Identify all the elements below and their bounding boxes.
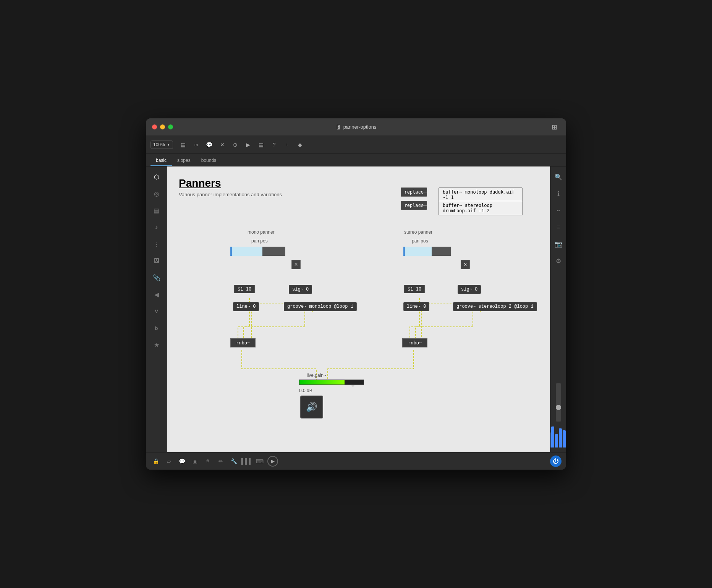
level-bar-4 (559, 428, 562, 447)
power-button[interactable]: ⏻ (550, 456, 562, 467)
main-layout: ⬡ ◎ ▤ ♪ ⋮ 🖼 📎 ◀ V b ★ Panners Various pa… (146, 166, 566, 452)
sidebar-icon-media[interactable]: 🖼 (151, 255, 162, 267)
line-0-right[interactable]: line~ 0 (403, 302, 429, 311)
sidebar-icon-left-arrow[interactable]: ◀ (151, 289, 162, 300)
toolbar-help-btn[interactable]: ? (269, 139, 280, 150)
grid-view-button[interactable]: ⊞ (549, 122, 560, 132)
main-window: 🎛 panner-options ⊞ 100% ▼ ▤ m 💬 ✕ ⊙ ▶ ▤ … (146, 118, 566, 470)
live-gain-fill (299, 380, 345, 384)
sig-0-right[interactable]: sig~ 0 (458, 285, 481, 294)
live-gain-pointer (351, 385, 355, 387)
right-sidebar: 🔍 ℹ ▪▪ ≡ 📷 ⚙ (550, 166, 566, 452)
toolbar-comment-btn[interactable]: 💬 (204, 139, 215, 150)
dollar-1-10-left[interactable]: $1 10 (234, 285, 255, 293)
pan-pos-label-1: pan pos (251, 238, 268, 244)
right-sidebar-info-icon[interactable]: ℹ (553, 188, 564, 199)
stereo-panner-label: stereo panner (404, 229, 432, 235)
bars-icon[interactable]: ▌▌▌ (241, 456, 252, 467)
x-button-left[interactable]: ✕ (291, 260, 301, 269)
level-bar-3 (555, 434, 558, 447)
speaker-icon: 🔊 (306, 402, 317, 412)
db-label: 0.0 dB (299, 388, 312, 393)
zoom-control[interactable]: 100% ▼ (150, 141, 173, 149)
traffic-lights (152, 124, 173, 129)
toolbar: 100% ▼ ▤ m 💬 ✕ ⊙ ▶ ▤ ? + ◆ (146, 136, 566, 153)
toolbar-toggle-btn[interactable]: ▤ (178, 139, 189, 150)
grid-icon[interactable]: # (202, 456, 213, 467)
sidebar-icon-star[interactable]: ★ (151, 339, 162, 351)
minimize-button[interactable] (160, 124, 165, 129)
sidebar-icon-packages[interactable]: ⬡ (151, 171, 162, 183)
bottom-bar: 🔒 ▱ 💬 ▣ # ✏ 🔧 ▌▌▌ ⌨ ▶ ⏻ (146, 452, 566, 470)
close-button[interactable] (152, 124, 157, 129)
sidebar-icon-audio[interactable]: ♪ (151, 221, 162, 233)
patch-subtitle: Various panner implementations and varia… (179, 192, 282, 197)
buffer-obj-2[interactable]: buffer~ stereoloop drumLoop.aif -1 2 (439, 201, 523, 215)
tab-bounds[interactable]: bounds (196, 155, 222, 166)
toolbar-circle-btn[interactable]: ⊙ (230, 139, 241, 150)
toolbar-panel-btn[interactable]: ▤ (256, 139, 267, 150)
play-button[interactable]: ▶ (267, 456, 278, 467)
sidebar-icon-b[interactable]: b (151, 322, 162, 334)
mono-panner-label: mono panner (248, 229, 275, 235)
rnbo-left[interactable]: rnbo~ (230, 338, 256, 347)
pan-pos-label-2: pan pos (412, 238, 428, 244)
sidebar-icon-clip[interactable]: 📎 (151, 272, 162, 283)
sidebar-icon-more[interactable]: ⋮ (151, 238, 162, 250)
level-bar-5 (563, 430, 566, 447)
right-sidebar-search-icon[interactable]: 🔍 (553, 171, 564, 183)
groove-stereo[interactable]: groove~ stereoloop 2 @loop 1 (453, 302, 537, 311)
tab-basic[interactable]: basic (150, 155, 172, 166)
vertical-slider[interactable] (556, 383, 561, 422)
canvas-area[interactable]: Panners Various panner implementations a… (167, 166, 550, 452)
sig-0-left[interactable]: sig~ 0 (289, 285, 312, 294)
sidebar-icon-browser[interactable]: ▤ (151, 205, 162, 216)
replace-obj-2[interactable]: replace (401, 201, 427, 210)
toolbar-paint-btn[interactable]: ◆ (295, 139, 306, 150)
keyboard-icon[interactable]: ⌨ (254, 456, 265, 467)
zoom-label: 100% (153, 142, 165, 147)
live-gain-obj[interactable] (299, 380, 364, 385)
sidebar-icon-v[interactable]: V (151, 305, 162, 317)
toolbar-add-btn[interactable]: + (282, 139, 293, 150)
lock-icon[interactable]: 🔒 (150, 456, 161, 467)
wrench-icon[interactable]: 🔧 (228, 456, 239, 467)
rnbo-right[interactable]: rnbo~ (402, 338, 427, 347)
tabs: basic slopes bounds (146, 153, 566, 166)
toolbar-close-btn[interactable]: ✕ (217, 139, 228, 150)
obj-mode-icon[interactable]: ▱ (163, 456, 174, 467)
replace-obj-1[interactable]: replace (401, 187, 427, 197)
speaker-obj[interactable]: 🔊 (300, 396, 323, 418)
window-title: 🎛 panner-options (336, 124, 377, 130)
zoom-chevron-icon: ▼ (167, 143, 170, 147)
tab-slopes[interactable]: slopes (172, 155, 196, 166)
left-sidebar: ⬡ ◎ ▤ ♪ ⋮ 🖼 📎 ◀ V b ★ (146, 166, 167, 452)
right-sidebar-panels-icon[interactable]: ▪▪ (553, 205, 564, 216)
right-sidebar-settings-icon[interactable]: ⚙ (553, 255, 564, 267)
level-bar-2 (551, 426, 554, 447)
layers-icon[interactable]: ▣ (189, 456, 200, 467)
toolbar-message-btn[interactable]: m (191, 139, 202, 150)
live-gain-label: live.gain~ (307, 373, 326, 378)
right-sidebar-list-icon[interactable]: ≡ (553, 221, 564, 233)
pen-icon[interactable]: ✏ (215, 456, 226, 467)
line-0-left[interactable]: line~ 0 (233, 302, 259, 311)
vslider-thumb (556, 405, 561, 410)
comment-icon[interactable]: 💬 (176, 456, 187, 467)
titlebar: 🎛 panner-options ⊞ (146, 118, 566, 136)
x-button-right[interactable]: ✕ (461, 260, 470, 269)
canvas-content: Panners Various panner implementations a… (167, 166, 534, 452)
buffer-obj-1[interactable]: buffer~ monoloop duduk.aif -1 1 (439, 187, 523, 202)
dollar-1-10-right[interactable]: $1 10 (404, 285, 425, 293)
patch-title: Panners (179, 177, 282, 189)
fullscreen-button[interactable] (168, 124, 173, 129)
sidebar-icon-target[interactable]: ◎ (151, 188, 162, 199)
groove-mono[interactable]: groove~ monoloop @loop 1 (284, 302, 357, 311)
right-sidebar-camera-icon[interactable]: 📷 (553, 238, 564, 250)
toolbar-play-btn[interactable]: ▶ (243, 139, 254, 150)
live-gain-bar (299, 380, 364, 385)
title-text: panner-options (343, 124, 377, 130)
title-icon: 🎛 (336, 124, 341, 130)
